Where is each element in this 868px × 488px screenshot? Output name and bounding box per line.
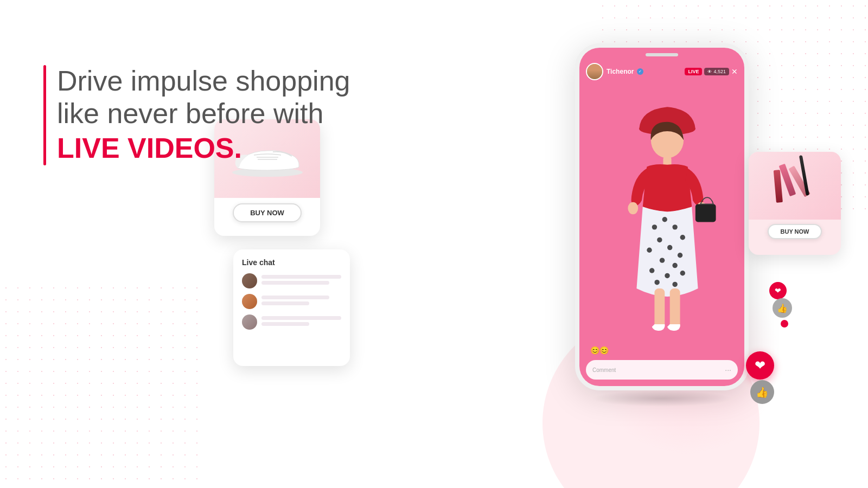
emoji-row: 😊😊 bbox=[590, 346, 609, 355]
svg-point-17 bbox=[660, 258, 665, 262]
svg-point-19 bbox=[649, 268, 654, 273]
chat-bubble-1 bbox=[261, 275, 341, 287]
headline-line1: Drive impulse shopping bbox=[57, 65, 369, 98]
chat-line bbox=[261, 275, 341, 279]
live-username: Tichenor bbox=[607, 68, 634, 75]
accent-border bbox=[43, 65, 46, 165]
live-badge: LIVE bbox=[685, 68, 702, 75]
verify-icon: ✓ bbox=[637, 68, 643, 75]
svg-point-14 bbox=[667, 245, 672, 250]
svg-rect-25 bbox=[670, 288, 680, 329]
phone-shadow bbox=[591, 390, 732, 407]
svg-point-6 bbox=[628, 202, 638, 215]
svg-point-23 bbox=[672, 282, 677, 287]
chat-avatar-1 bbox=[242, 273, 257, 288]
phone-notch bbox=[646, 53, 678, 56]
chat-line bbox=[261, 301, 309, 305]
svg-rect-8 bbox=[695, 204, 716, 222]
headline-highlight: LIVE VIDEOS. bbox=[57, 130, 369, 167]
hero-text-section: Drive impulse shopping like never before… bbox=[43, 65, 369, 166]
comment-more-icon[interactable]: ··· bbox=[725, 365, 731, 374]
chat-bubble-3 bbox=[261, 316, 341, 328]
live-avatar bbox=[586, 63, 603, 80]
live-user-info: Tichenor ✓ bbox=[586, 63, 643, 80]
svg-point-9 bbox=[652, 224, 657, 229]
phone-body: Tichenor ✓ LIVE 👁 4,521 ✕ bbox=[575, 43, 749, 390]
comment-bar[interactable]: Comment ··· bbox=[586, 360, 738, 380]
svg-point-20 bbox=[665, 273, 669, 278]
shoe-buy-now-button[interactable]: BUY NOW bbox=[233, 203, 302, 222]
chat-avatar-2 bbox=[242, 294, 257, 309]
svg-point-18 bbox=[672, 263, 677, 268]
floating-reactions: ❤ 👍 ❤ 👍 bbox=[741, 282, 784, 380]
viewer-count-value: 4,521 bbox=[713, 69, 726, 74]
heart-small-icon: ❤ bbox=[769, 282, 787, 299]
chat-message-2 bbox=[242, 294, 341, 309]
headline-line2: like never before with bbox=[57, 98, 369, 130]
woman-illustration bbox=[596, 69, 739, 364]
chat-avatar-3 bbox=[242, 314, 257, 330]
svg-point-12 bbox=[680, 235, 685, 240]
eye-icon: 👁 bbox=[707, 69, 712, 74]
live-chat-card: Live chat bbox=[233, 249, 350, 366]
chat-card-title: Live chat bbox=[242, 258, 341, 267]
headline-container: Drive impulse shopping like never before… bbox=[43, 65, 369, 166]
chat-line bbox=[261, 296, 329, 299]
chat-message-3 bbox=[242, 314, 341, 330]
svg-point-10 bbox=[662, 217, 667, 222]
chat-line bbox=[261, 316, 341, 320]
chat-message-1 bbox=[242, 273, 341, 288]
svg-point-13 bbox=[657, 237, 662, 242]
makeup-buy-now-button[interactable]: BUY NOW bbox=[768, 224, 822, 239]
svg-point-11 bbox=[672, 224, 677, 229]
chat-bubble-2 bbox=[261, 296, 341, 307]
svg-point-22 bbox=[654, 280, 659, 285]
chat-line bbox=[261, 281, 329, 285]
phone-screen: Tichenor ✓ LIVE 👁 4,521 ✕ bbox=[579, 48, 744, 386]
live-avatar-face bbox=[587, 64, 602, 79]
comment-placeholder: Comment bbox=[592, 367, 616, 373]
dot-pattern-bottom-left bbox=[0, 282, 206, 488]
live-stream-header: Tichenor ✓ LIVE 👁 4,521 ✕ bbox=[586, 63, 738, 80]
reaction-dot bbox=[781, 320, 788, 328]
chat-line bbox=[261, 322, 309, 326]
svg-point-21 bbox=[680, 271, 685, 275]
svg-point-15 bbox=[647, 248, 652, 253]
close-button[interactable]: ✕ bbox=[731, 67, 738, 76]
phone-mockup: Tichenor ✓ LIVE 👁 4,521 ✕ bbox=[575, 43, 749, 396]
thumbs-up-gray-icon: 👍 bbox=[750, 380, 774, 404]
makeup-product-card: BUY NOW bbox=[749, 152, 841, 255]
viewer-count: 👁 4,521 bbox=[704, 68, 729, 75]
heart-large-icon: ❤ bbox=[746, 351, 774, 380]
makeup-image-area bbox=[749, 152, 841, 220]
svg-rect-24 bbox=[654, 288, 665, 329]
thumbs-up-small-icon: 👍 bbox=[773, 298, 792, 318]
woman-svg bbox=[596, 69, 739, 364]
svg-point-16 bbox=[678, 253, 682, 258]
lipstick-container bbox=[766, 156, 824, 216]
